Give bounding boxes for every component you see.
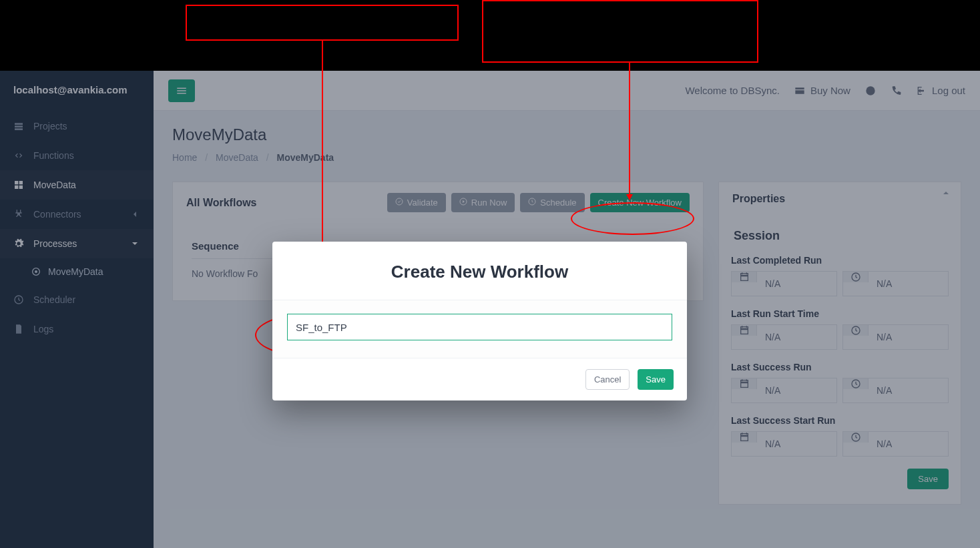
modal-save-button[interactable]: Save [638,369,674,390]
annotation-ellipse-create-button [571,202,694,235]
modal-cancel-label: Cancel [594,374,621,384]
annotation-box-right [482,0,758,63]
workflow-name-input[interactable] [287,314,672,340]
create-workflow-modal: Create New Workflow Cancel Save [272,242,687,400]
annotation-box-left [186,5,459,41]
modal-save-label: Save [646,374,666,384]
modal-footer: Cancel Save [272,358,687,400]
annotation-line-to-create [629,63,630,196]
annotation-arrow-to-create [626,194,633,200]
annotation-bar [0,0,980,71]
modal-head: Create New Workflow [272,242,687,300]
modal-body [272,300,687,358]
modal-title: Create New Workflow [286,262,674,282]
modal-cancel-button[interactable]: Cancel [585,369,630,390]
